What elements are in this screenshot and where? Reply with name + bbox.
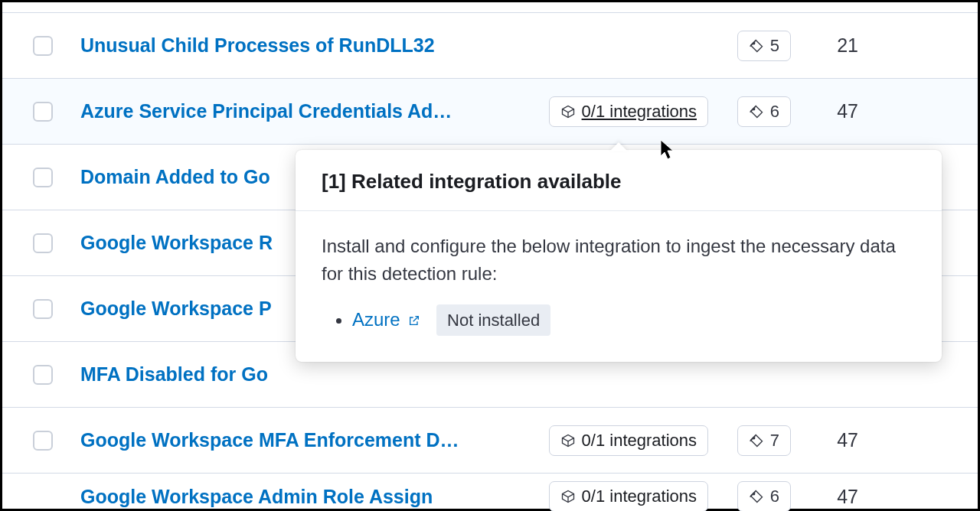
row-checkbox[interactable]: [33, 168, 53, 187]
row-checkbox[interactable]: [33, 233, 53, 253]
integration-cell: 0/1 integrations: [509, 481, 708, 511]
rule-name-link[interactable]: Unusual Child Processes of RunDLL32: [67, 34, 495, 57]
package-icon: [560, 104, 576, 119]
rule-name-link[interactable]: Google Workspace R: [67, 232, 296, 254]
tag-badge[interactable]: 6: [737, 96, 791, 127]
tag-count: 5: [770, 36, 779, 56]
row-count: 21: [805, 34, 858, 57]
tag-cell: 7: [722, 425, 791, 456]
rule-name-link[interactable]: Google Workspace P: [67, 298, 296, 320]
tag-cell: 5: [722, 31, 791, 61]
tag-badge[interactable]: 5: [737, 31, 791, 61]
row-count: 47: [805, 100, 858, 122]
tag-icon: [749, 38, 764, 54]
rule-name-link[interactable]: Google Workspace MFA Enforcement D…: [67, 429, 495, 451]
popover-description: Install and configure the below integrat…: [322, 233, 916, 288]
tag-count: 6: [770, 487, 779, 506]
integration-badge[interactable]: 0/1 integrations: [549, 96, 708, 127]
integration-cell: 0/1 integrations: [509, 96, 708, 127]
tag-icon: [749, 433, 764, 448]
row-checkbox[interactable]: [33, 365, 53, 385]
rule-name-link[interactable]: MFA Disabled for Go: [67, 363, 296, 386]
row-count: 47: [805, 486, 858, 508]
integration-cell: 0/1 integrations: [509, 425, 708, 456]
tag-icon: [749, 489, 764, 504]
integration-text: 0/1 integrations: [582, 102, 697, 122]
integration-link[interactable]: Azure: [352, 309, 426, 330]
tag-icon: [749, 104, 764, 119]
popover-body: Install and configure the below integrat…: [296, 211, 942, 362]
integration-text: 0/1 integrations: [582, 431, 697, 451]
package-icon: [560, 433, 576, 448]
row-checkbox[interactable]: [33, 299, 53, 319]
tag-count: 6: [770, 102, 779, 122]
tag-count: 7: [770, 431, 779, 451]
table-row: Azure Service Principal Credentials Ad… …: [2, 79, 978, 145]
row-checkbox[interactable]: [33, 102, 53, 122]
table-row: Unusual Child Processes of RunDLL32 5 21: [2, 13, 978, 79]
table-row: Google Workspace MFA Enforcement D… 0/1 …: [2, 408, 978, 474]
row-checkbox[interactable]: [33, 36, 53, 56]
popover-integration-item: Azure Not installed: [352, 304, 916, 336]
tag-cell: 6: [722, 481, 791, 511]
external-link-icon: [408, 314, 420, 327]
rule-name-link[interactable]: Domain Added to Go: [67, 166, 296, 188]
integration-badge[interactable]: 0/1 integrations: [549, 425, 708, 456]
package-icon: [560, 489, 576, 504]
integration-popover: [1] Related integration available Instal…: [296, 150, 942, 362]
integration-text: 0/1 integrations: [582, 487, 697, 506]
row-checkbox[interactable]: [33, 431, 53, 451]
rule-name-link[interactable]: Google Workspace Admin Role Assign: [67, 486, 495, 508]
table-header-sliver: [2, 0, 978, 13]
rule-name-link[interactable]: Azure Service Principal Credentials Ad…: [67, 100, 495, 122]
tag-badge[interactable]: 6: [737, 481, 791, 511]
tag-cell: 6: [722, 96, 791, 127]
mouse-cursor: [659, 139, 676, 161]
integration-badge[interactable]: 0/1 integrations: [549, 481, 708, 511]
integration-status-pill: Not installed: [436, 304, 550, 336]
row-count: 47: [805, 429, 858, 451]
popover-title: [1] Related integration available: [296, 150, 942, 211]
app-frame: Unusual Child Processes of RunDLL32 5 21…: [0, 0, 980, 511]
integration-link-text: Azure: [352, 309, 400, 330]
tag-badge[interactable]: 7: [737, 425, 791, 456]
table-row: Google Workspace Admin Role Assign 0/1 i…: [2, 474, 978, 511]
